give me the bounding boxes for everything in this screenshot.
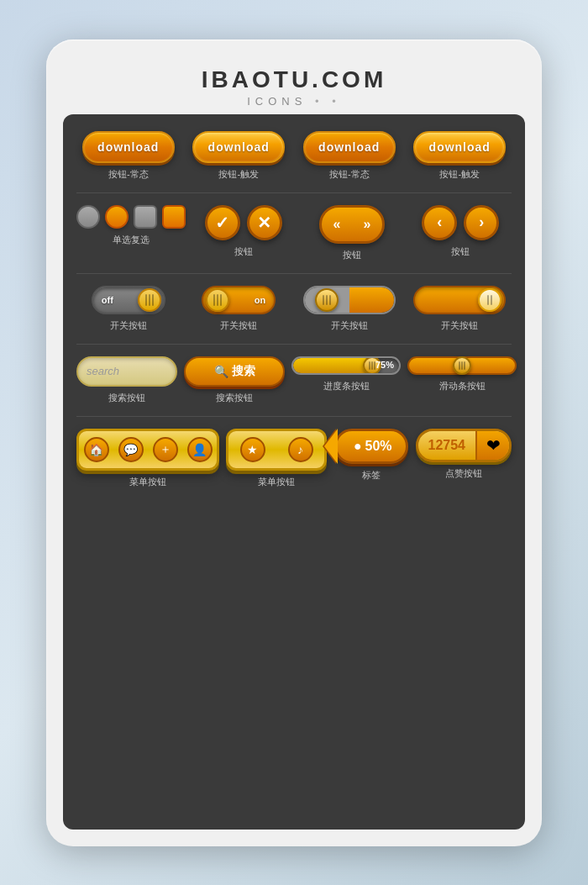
like-block: 12754 ❤ 点赞按钮 [416,429,512,480]
half-gray [305,287,349,313]
pk-line [371,361,373,370]
dbl-arrow-button[interactable]: « » [319,205,385,244]
slider-block: 滑动条按钮 [407,356,517,392]
search-placeholder: search [87,365,119,377]
tag-label: 标签 [362,469,381,482]
menu-bar-2[interactable]: ★ ♪ [226,429,327,471]
radio-square-gray[interactable] [134,205,157,229]
download-label-1: 按钮-常态 [108,168,149,181]
progress-label-text: 进度条按钮 [323,380,370,392]
download-btn-block-3: download 按钮-常态 [297,131,402,181]
half-orange [349,287,394,313]
download-button-4[interactable]: download [413,131,506,163]
right-dbl-arrow: » [352,208,382,241]
search-icon: 🔍 [214,365,228,378]
like-button[interactable]: 12754 ❤ [416,429,512,462]
radio-square-orange[interactable] [162,205,186,229]
menu-row: 🏠 💬 ＋ 👤 菜单按钮 [76,429,512,488]
toggle-on-text-2: on [255,295,265,305]
download-row: download 按钮-常态 download 按钮-触发 download 按… [76,131,512,181]
search-row: search 搜索按钮 🔍 搜索 搜索按钮 [76,356,512,404]
tag-wrap: ● 50% [334,429,408,464]
slider-label: 滑动条按钮 [439,380,486,392]
download-btn-block-2: download 按钮-触发 [187,131,291,181]
dbl-arrow-block: « » 按钮 [301,205,402,261]
knob-line [220,294,222,306]
search-button[interactable]: 🔍 搜索 [184,356,285,387]
radio-block: 单选复选 [76,205,186,246]
download-button-3[interactable]: download [303,131,396,163]
menu-home[interactable]: 🏠 [84,437,109,462]
menu-user[interactable]: 👤 [187,437,213,462]
toggle-label-2: 开关按钮 [220,319,257,332]
sk-line [461,361,463,370]
menu-item-1[interactable]: ★ [240,437,265,462]
check-block: ✓ ✕ 按钮 [192,205,294,258]
toggle-off-text-1: off [102,295,113,305]
search-bar[interactable]: search [76,356,177,387]
radio-row: 单选复选 ✓ ✕ 按钮 « » 按钮 ‹ [76,205,512,261]
toggle-off-1[interactable]: off [92,286,165,314]
download-btn-block-4: download 按钮-触发 [408,131,512,181]
search-bar-block: search 搜索按钮 [76,356,177,404]
knob-line [145,294,147,306]
like-label: 点赞按钮 [445,467,482,480]
toggle-half[interactable] [303,286,396,314]
toggle-block-3: 开关按钮 [297,286,402,332]
dark-panel: download 按钮-常态 download 按钮-触发 download 按… [63,114,525,830]
download-label-3: 按钮-常态 [329,168,370,181]
toggle-knob [478,288,501,312]
tag-arrow [324,429,338,464]
download-button-1[interactable]: download [82,131,175,163]
radio-circle-gray[interactable] [76,205,100,229]
tag-block: ● 50% 标签 [333,429,409,482]
toggle-block-4: 开关按钮 [408,286,512,332]
search-btn-text: 搜索 [232,364,255,379]
left-arrow-button[interactable]: ‹ [422,205,457,240]
slider-knob [453,356,471,375]
add-icon: ＋ [153,437,178,462]
user-icon: 👤 [187,437,213,462]
k-line [487,295,489,305]
toggle-label-3: 开关按钮 [331,319,368,332]
toggle-label-4: 开关按钮 [441,319,478,332]
menu-label-1: 菜单按钮 [129,476,166,488]
menu-bar-1[interactable]: 🏠 💬 ＋ 👤 [76,429,219,471]
check-button[interactable]: ✓ [205,205,240,240]
sk-line [459,361,460,370]
pk-line [369,361,370,370]
x-button[interactable]: ✕ [247,205,282,240]
progress-bar[interactable]: 75% [291,356,401,375]
chat-icon: 💬 [118,437,144,462]
tablet-header: IBAOTU.COM ICONS [63,56,525,114]
menu-item-2[interactable]: ♪ [288,437,313,462]
tag-button[interactable]: ● 50% [334,429,408,464]
divider-4 [76,416,512,417]
knob-inner-line [329,295,331,305]
search-bar-label: 搜索按钮 [108,392,145,404]
radio-group [76,205,186,229]
tag-text: 50% [365,439,392,454]
right-arrow-button[interactable]: › [464,205,499,240]
check-pair: ✓ ✕ [205,205,282,240]
toggle-on-1[interactable]: on [202,286,276,314]
radio-circle-orange[interactable] [105,205,129,229]
toggle-on-2[interactable] [413,286,506,314]
divider-3 [76,344,512,345]
sk-line [464,361,465,370]
check-label: 按钮 [234,245,253,258]
home-icon: 🏠 [84,437,109,462]
slider[interactable] [407,356,517,375]
menu-chat[interactable]: 💬 [118,437,144,462]
menu-add[interactable]: ＋ [153,437,178,462]
left-dbl-arrow: « [322,208,352,241]
tablet-frame: IBAOTU.COM ICONS download 按钮-常态 download… [46,40,542,846]
search-btn-label: 搜索按钮 [216,392,253,404]
single-arrow-pair: ‹ › [422,205,499,240]
download-button-2[interactable]: download [192,131,285,163]
toggle-row: off 开关按钮 on [76,286,512,332]
brand-title: IBAOTU.COM [63,66,525,93]
knob-inner-line [323,295,324,305]
menu-block-2: ★ ♪ 菜单按钮 [226,429,327,488]
single-arrow-block: ‹ › 按钮 [410,205,512,258]
